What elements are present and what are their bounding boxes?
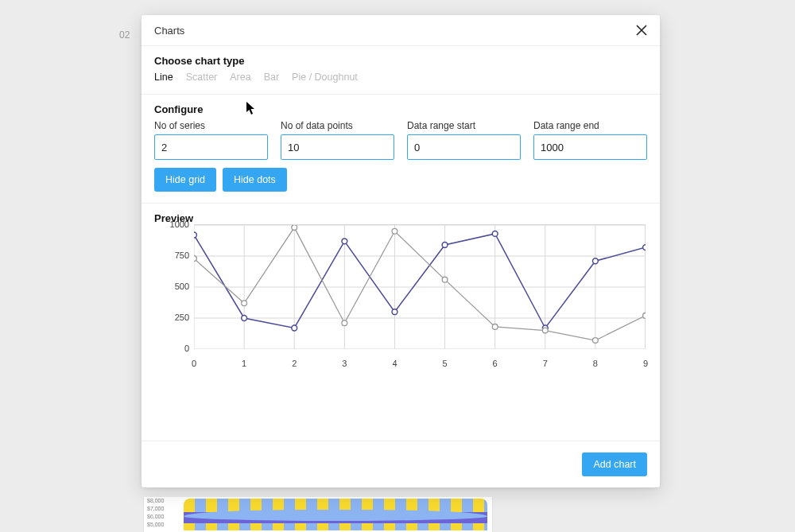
tab-line[interactable]: Line	[154, 72, 173, 83]
series-dot	[442, 243, 448, 248]
label-no-of-series: No of series	[154, 120, 268, 131]
x-tick: 8	[593, 359, 598, 368]
tab-scatter[interactable]: Scatter	[186, 72, 218, 83]
bg-axis-label: $6,000	[147, 513, 164, 521]
series-line-1	[194, 234, 646, 328]
y-tick: 0	[184, 344, 189, 353]
y-tick: 750	[175, 250, 189, 260]
x-tick: 5	[442, 359, 447, 368]
x-tick: 3	[342, 359, 347, 368]
input-no-of-points[interactable]	[281, 134, 394, 160]
close-button[interactable]	[634, 23, 649, 37]
series-dot	[392, 228, 398, 234]
series-dot	[242, 301, 247, 306]
series-dot	[342, 320, 347, 326]
x-tick: 4	[392, 359, 397, 368]
series-dot	[442, 277, 448, 282]
y-tick: 250	[175, 313, 189, 322]
hide-dots-button[interactable]: Hide dots	[223, 168, 287, 192]
x-tick: 9	[643, 359, 648, 368]
series-dot	[194, 256, 196, 262]
configure-section: Configure No of series No of data points…	[142, 95, 660, 204]
series-dot	[592, 258, 598, 264]
series-dot	[292, 325, 297, 331]
chart-type-tabs: Line Scatter Area Bar Pie / Doughnut	[154, 72, 647, 83]
hide-grid-button[interactable]: Hide grid	[154, 168, 216, 192]
series-dot	[643, 313, 646, 318]
series-dot	[492, 231, 498, 237]
choose-chart-type-section: Choose chart type Line Scatter Area Bar …	[142, 46, 660, 95]
y-tick: 1000	[170, 219, 189, 229]
input-range-start[interactable]	[407, 134, 521, 160]
charts-modal: Charts Choose chart type Line Scatter Ar…	[142, 15, 660, 487]
input-range-end[interactable]	[533, 134, 647, 160]
configure-heading: Configure	[154, 103, 647, 115]
background-area-chart: $8,000 $7,000 $6,000 $5,000	[143, 497, 493, 532]
choose-heading: Choose chart type	[154, 55, 647, 67]
tab-pie[interactable]: Pie / Doughnut	[292, 72, 358, 83]
chart-svg	[194, 225, 646, 349]
tab-area[interactable]: Area	[230, 72, 250, 83]
series-dot	[292, 225, 297, 231]
x-tick: 1	[242, 359, 246, 368]
label-range-end: Data range end	[533, 120, 647, 131]
bg-axis-label: $7,000	[147, 505, 164, 513]
series-dot	[643, 245, 646, 250]
series-dot	[392, 309, 398, 315]
x-tick: 0	[192, 359, 196, 368]
label-no-of-points: No of data points	[281, 120, 394, 131]
x-tick: 2	[292, 359, 297, 368]
input-no-of-series[interactable]	[154, 134, 268, 160]
add-chart-button[interactable]: Add chart	[582, 452, 647, 476]
series-dot	[342, 239, 347, 244]
modal-title: Charts	[154, 25, 184, 37]
bg-axis-label: $8,000	[147, 497, 164, 505]
series-dot	[492, 324, 498, 330]
tab-bar[interactable]: Bar	[264, 72, 279, 83]
preview-chart: 02505007501000 0123456789	[154, 224, 646, 371]
series-dot	[592, 338, 598, 344]
y-tick: 500	[175, 282, 189, 291]
preview-section: Preview 02505007501000 0123456789	[142, 204, 660, 373]
x-tick: 7	[543, 359, 548, 368]
bg-axis-label: $5,000	[147, 521, 164, 529]
close-icon	[636, 25, 647, 36]
series-dot	[194, 232, 196, 238]
series-dot	[542, 328, 548, 333]
x-tick: 6	[493, 359, 498, 368]
label-range-start: Data range start	[407, 120, 521, 131]
series-dot	[242, 316, 247, 321]
preview-heading: Preview	[154, 212, 647, 224]
page-number: 02	[119, 29, 130, 41]
